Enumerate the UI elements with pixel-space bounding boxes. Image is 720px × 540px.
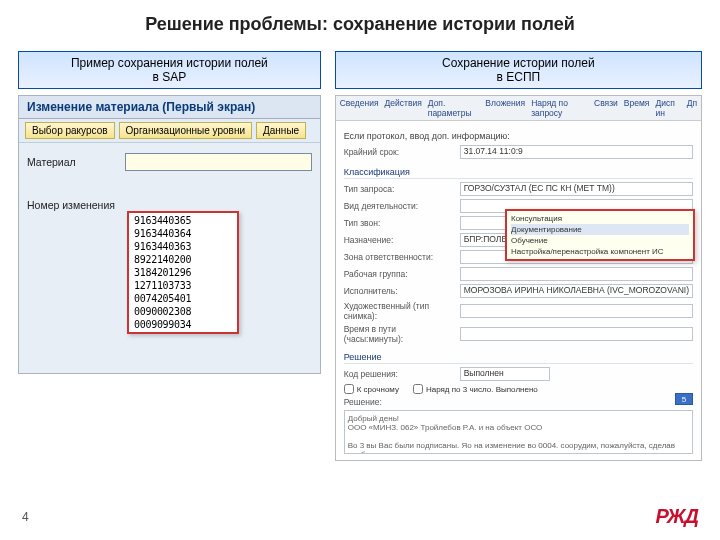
list-item[interactable]: Обучение	[511, 235, 689, 246]
sap-window: Изменение материала (Первый экран) Выбор…	[18, 95, 321, 374]
solution-label: Решение:	[344, 397, 454, 407]
assignment-label: Назначение:	[344, 235, 454, 245]
espp-tabs: Сведения Действия Доп. параметры Вложени…	[336, 96, 701, 121]
activity-type-label: Вид деятельности:	[344, 201, 454, 211]
list-item[interactable]: 0009099034	[130, 318, 236, 331]
list-item[interactable]: Настройка/перенастройка компонент ИС	[511, 246, 689, 257]
tab[interactable]: Дп	[687, 98, 697, 118]
slide-title: Решение проблемы: сохранение истории пол…	[0, 0, 720, 51]
travel-time-label: Время в пути (часы:минуты):	[344, 324, 454, 344]
list-item[interactable]: 8922140200	[130, 253, 236, 266]
data-button[interactable]: Данные	[256, 122, 306, 139]
list-item[interactable]: 0074205401	[130, 292, 236, 305]
right-header: Сохранение истории полей в ЕСПП	[335, 51, 702, 89]
history-popup[interactable]: Консультация Документирование Обучение Н…	[505, 209, 695, 261]
urgent-checkbox[interactable]: К срочному	[344, 384, 399, 394]
tab[interactable]: Время	[624, 98, 650, 118]
history-dropdown[interactable]: 9163440365 9163440364 9163440363 8922140…	[127, 211, 239, 334]
pager-badge[interactable]: 5	[675, 393, 693, 405]
travel-time-field[interactable]	[460, 327, 693, 341]
tab[interactable]: Дисп ин	[655, 98, 680, 118]
tab[interactable]: Сведения	[340, 98, 379, 118]
right-column: Сохранение истории полей в ЕСПП Сведения…	[335, 51, 702, 461]
list-item[interactable]: 0090002308	[130, 305, 236, 318]
page-number: 4	[22, 510, 29, 524]
executor-field[interactable]: МОРОЗОВА ИРИНА НИКОЛАЕВНА (IVC_MOROZOVAN…	[460, 284, 693, 298]
tab[interactable]: Доп. параметры	[428, 98, 480, 118]
order-done-checkbox[interactable]: Наряд по 3 число. Выполнено	[413, 384, 538, 394]
list-item[interactable]: 9163440364	[130, 227, 236, 240]
solution-code-label: Код решения:	[344, 369, 454, 379]
classification-section: Классификация	[344, 167, 693, 179]
material-input[interactable]	[125, 153, 312, 171]
responsibility-zone-label: Зона ответственности:	[344, 252, 454, 262]
espp-window: Сведения Действия Доп. параметры Вложени…	[335, 95, 702, 461]
sap-window-title: Изменение материала (Первый экран)	[19, 96, 320, 119]
request-type-label: Тип запроса:	[344, 184, 454, 194]
workgroup-field[interactable]	[460, 267, 693, 281]
change-number-label: Номер изменения	[27, 199, 119, 211]
deadline-field[interactable]: 31.07.14 11:0:9	[460, 145, 693, 159]
left-header: Пример сохранения истории полей в SAP	[18, 51, 321, 89]
rzd-logo: РЖД	[655, 505, 698, 528]
solution-textarea[interactable]: Добрый день! ООО «МИНЗ. 062» Тройлебов Р…	[344, 410, 693, 454]
tab[interactable]: Действия	[385, 98, 422, 118]
material-label: Материал	[27, 156, 119, 168]
org-levels-button[interactable]: Организационные уровни	[119, 122, 252, 139]
list-item[interactable]: 3184201296	[130, 266, 236, 279]
deadline-label: Крайний срок:	[344, 147, 454, 157]
executor-label: Исполнитель:	[344, 286, 454, 296]
list-item[interactable]: Документирование	[511, 224, 689, 235]
info-heading: Если протокол, ввод доп. информацию:	[344, 131, 693, 141]
list-item[interactable]: 9163440363	[130, 240, 236, 253]
list-item[interactable]: Консультация	[511, 213, 689, 224]
workgroup-label: Рабочая группа:	[344, 269, 454, 279]
footer: 4 РЖД	[0, 505, 720, 528]
tab[interactable]: Наряд по запросу	[531, 98, 588, 118]
sap-body: Материал Номер изменения 9163440365 9163…	[19, 143, 320, 373]
request-type-field[interactable]: ГОРЗО/СУЗТАЛ (ЕС ПС КН (МЕТ ТМ))	[460, 182, 693, 196]
artistic-field[interactable]	[460, 304, 693, 318]
solution-section: Решение	[344, 352, 693, 364]
sap-toolbar: Выбор ракурсов Организационные уровни Да…	[19, 119, 320, 143]
list-item[interactable]: 1271103733	[130, 279, 236, 292]
tab[interactable]: Связи	[594, 98, 618, 118]
view-selection-button[interactable]: Выбор ракурсов	[25, 122, 115, 139]
tab[interactable]: Вложения	[485, 98, 525, 118]
artistic-label: Художественный (тип снимка):	[344, 301, 454, 321]
espp-body: Если протокол, ввод доп. информацию: Кра…	[336, 121, 701, 460]
solution-code-field[interactable]: Выполнен	[460, 367, 550, 381]
call-type-label: Тип звон:	[344, 218, 454, 228]
list-item[interactable]: 9163440365	[130, 214, 236, 227]
left-column: Пример сохранения истории полей в SAP Из…	[18, 51, 321, 461]
